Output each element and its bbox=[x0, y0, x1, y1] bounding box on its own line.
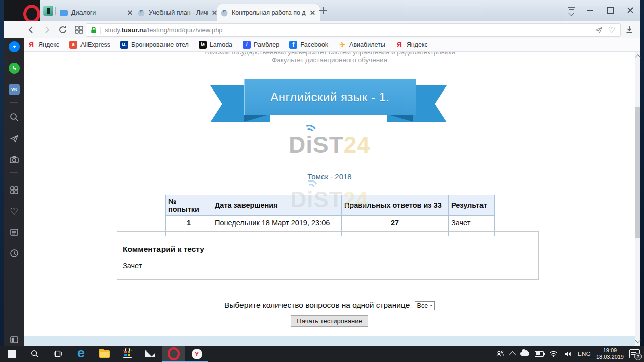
messenger-icon[interactable] bbox=[9, 41, 20, 52]
tab-close-icon[interactable] bbox=[309, 9, 317, 17]
correct-link[interactable]: 27 bbox=[391, 219, 399, 227]
back-icon[interactable] bbox=[26, 24, 37, 35]
notification-count-badge: 7 bbox=[634, 353, 642, 360]
speed-dial-grid-icon[interactable] bbox=[73, 24, 85, 35]
correct-cell: 27 bbox=[342, 216, 449, 236]
tab-uchebny-plan[interactable]: Учебный план - Личный bbox=[134, 4, 222, 21]
task-view-icon bbox=[53, 349, 62, 358]
scrollbar-thumb[interactable] bbox=[635, 107, 640, 238]
history-clock-icon[interactable] bbox=[9, 248, 20, 259]
col-attempt: № попытки bbox=[166, 195, 212, 216]
edge-icon: e bbox=[77, 347, 85, 359]
course-title: Английский язык - 1. bbox=[270, 90, 389, 104]
window-close-button[interactable] bbox=[621, 3, 639, 17]
my-flow-icon[interactable] bbox=[9, 133, 20, 144]
tab-kontrolnaya-active[interactable]: Контрольная работа по д bbox=[217, 4, 320, 21]
opera-taskbar-button[interactable] bbox=[162, 346, 185, 362]
folder-icon bbox=[99, 350, 110, 358]
snapshot-camera-icon[interactable] bbox=[9, 154, 20, 165]
tab-label: Диалоги bbox=[71, 9, 123, 16]
university-header: Томский государственный университет сист… bbox=[24, 52, 635, 64]
bookmarks-bar: Я Яндекс a AliExpress B. Бронирование от… bbox=[4, 38, 640, 52]
tab-label: Учебный план - Личный bbox=[149, 9, 208, 16]
web-page-content: Томский государственный университет сист… bbox=[24, 52, 635, 346]
table-header-row: № попытки Дата завершения Правильных отв… bbox=[166, 195, 495, 216]
bookmark-yandex[interactable]: Я Яндекс bbox=[27, 41, 59, 49]
system-tray: ENG 19:09 18.03.2019 7 bbox=[496, 346, 644, 362]
tab-bar: Диалоги Учебный план - Личный bbox=[4, 0, 640, 21]
tab-separator bbox=[133, 7, 133, 15]
mail-button[interactable] bbox=[139, 346, 162, 362]
bookmark-facebook[interactable]: f Facebook bbox=[289, 41, 328, 49]
language-indicator[interactable]: ENG bbox=[578, 351, 591, 357]
faculty-name: Факультет дистанционного обучения bbox=[24, 56, 635, 64]
bookmark-aviabilety[interactable]: ✈ Авиабилеты bbox=[338, 41, 385, 49]
edge-button[interactable]: e bbox=[69, 346, 93, 362]
bookmark-heart-icon[interactable]: ♡ bbox=[608, 26, 615, 34]
tab-menu-icon[interactable] bbox=[567, 7, 576, 14]
whatsapp-icon[interactable] bbox=[9, 63, 20, 74]
address-bar[interactable]: study.tusur.ru/testing/mod/quiz/view.php… bbox=[86, 23, 621, 37]
yandex-browser-icon: Y bbox=[192, 349, 202, 359]
tab-dialogi[interactable]: Диалоги bbox=[57, 4, 137, 21]
bookmark-aliexpress[interactable]: a AliExpress bbox=[69, 41, 110, 49]
window-minimize-button[interactable] bbox=[581, 3, 599, 17]
reload-icon[interactable] bbox=[57, 24, 68, 35]
download-icon[interactable] bbox=[624, 25, 634, 35]
secure-lock-icon bbox=[91, 26, 97, 34]
opera-icon bbox=[168, 347, 180, 360]
battery-icon[interactable] bbox=[535, 351, 544, 357]
action-center-icon[interactable]: 7 bbox=[629, 349, 640, 358]
volume-icon[interactable] bbox=[564, 350, 572, 358]
attempt-cell: 1 bbox=[166, 216, 212, 236]
yandex-browser-button[interactable]: Y bbox=[185, 346, 208, 362]
chat-bubble-icon bbox=[60, 10, 68, 16]
speed-dial-icon[interactable] bbox=[9, 185, 20, 196]
file-explorer-button[interactable] bbox=[93, 346, 116, 362]
clock[interactable]: 19:09 18.03.2019 bbox=[596, 347, 624, 360]
opera-sidebar: VK ♡ bbox=[4, 38, 24, 346]
onedrive-cloud-icon[interactable] bbox=[520, 352, 529, 356]
window-maximize-button[interactable] bbox=[601, 3, 619, 17]
city-year-label: Томск - 2018 bbox=[24, 172, 635, 181]
sidebar-setup-icon[interactable] bbox=[9, 334, 20, 345]
wifi-icon[interactable] bbox=[549, 350, 558, 357]
yandex-icon: Я bbox=[395, 41, 404, 49]
scroll-up-icon[interactable] bbox=[635, 54, 640, 60]
forward-icon[interactable] bbox=[41, 24, 52, 35]
vk-icon[interactable]: VK bbox=[9, 84, 20, 95]
aliexpress-icon: a bbox=[69, 41, 77, 49]
questions-per-page-row: Выберите количество вопросов на одной ст… bbox=[24, 301, 635, 310]
browser-toolbar: study.tusur.ru/testing/mod/quiz/view.php… bbox=[4, 21, 640, 38]
personal-news-icon[interactable] bbox=[9, 227, 20, 238]
tray-expand-chevron-icon[interactable] bbox=[510, 351, 515, 357]
my-flow-send-icon[interactable] bbox=[595, 26, 603, 34]
pinned-tab[interactable] bbox=[43, 6, 53, 16]
start-button[interactable] bbox=[0, 346, 23, 362]
url-text: study.tusur.ru/testing/mod/quiz/view.php bbox=[105, 26, 223, 34]
search-icon[interactable] bbox=[9, 112, 20, 123]
bookmark-booking[interactable]: B. Бронирование отел bbox=[120, 41, 189, 49]
page-scrollbar[interactable] bbox=[635, 52, 640, 346]
bookmark-yandex-2[interactable]: Я Яндекс bbox=[395, 41, 428, 49]
questions-per-page-select[interactable]: Все bbox=[415, 301, 435, 310]
attempt-link[interactable]: 1 bbox=[187, 219, 191, 227]
site-favicon bbox=[220, 9, 228, 17]
bookmark-rambler[interactable]: / Рамблер bbox=[243, 41, 279, 49]
start-test-button[interactable]: Начать тестирование bbox=[291, 315, 368, 327]
taskbar-search-button[interactable] bbox=[23, 346, 46, 362]
windows-taskbar: e Y bbox=[0, 346, 644, 362]
task-view-button[interactable] bbox=[46, 346, 69, 362]
opera-menu-button[interactable] bbox=[4, 0, 40, 21]
watermark-arc bbox=[305, 183, 317, 194]
time: 19:09 bbox=[596, 347, 624, 354]
scroll-down-icon[interactable] bbox=[635, 337, 640, 343]
booking-icon: B. bbox=[120, 41, 128, 49]
bookmarks-heart-icon[interactable]: ♡ bbox=[9, 206, 20, 217]
bookmark-lamoda[interactable]: la Lamoda bbox=[199, 41, 232, 49]
people-icon[interactable] bbox=[496, 350, 505, 358]
tab-separator bbox=[55, 7, 56, 15]
new-tab-button[interactable] bbox=[319, 7, 327, 15]
microsoft-store-button[interactable] bbox=[116, 346, 139, 362]
yandex-icon: Я bbox=[27, 41, 35, 49]
